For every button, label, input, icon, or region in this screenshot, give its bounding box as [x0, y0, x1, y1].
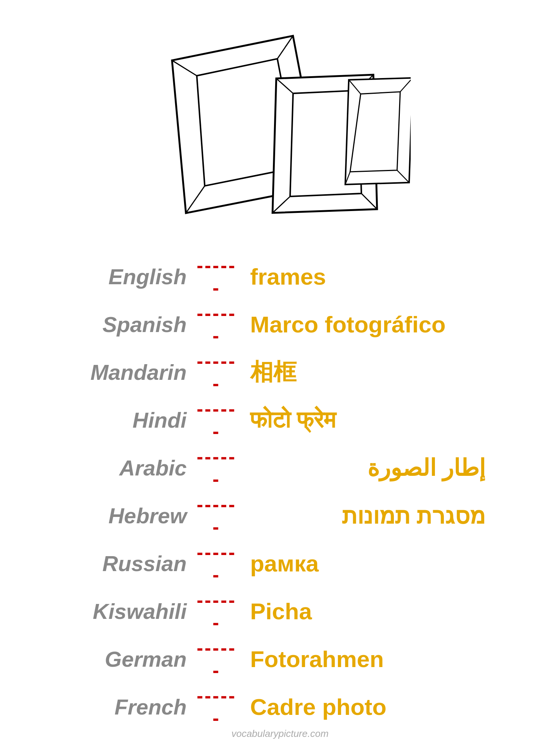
translation-text: फोटो फ्रेम: [239, 406, 485, 433]
dashes-separator: ------: [194, 397, 239, 442]
dashes-separator: ------: [194, 589, 239, 633]
frames-illustration: [149, 30, 411, 224]
vocab-row: English------frames: [75, 254, 485, 299]
language-label: French: [75, 694, 194, 719]
language-label: Hindi: [75, 407, 194, 433]
language-label: Spanish: [75, 312, 194, 337]
footer: vocabularypicture.com: [231, 728, 329, 740]
translation-text: frames: [239, 263, 485, 290]
vocab-row: French------Cadre photo: [75, 684, 485, 729]
language-label: Arabic: [75, 455, 194, 480]
language-label: Kiswahili: [75, 599, 194, 624]
page: { "illustration": { "alt": "Three pictur…: [0, 0, 560, 747]
language-label: English: [75, 264, 194, 289]
vocabulary-section: English------framesSpanish------Marco fo…: [75, 254, 485, 732]
translation-text: Cadre photo: [239, 694, 485, 720]
dashes-separator: ------: [194, 493, 239, 538]
vocab-row: Spanish------Marco fotográfico: [75, 302, 485, 347]
translation-text: מסגרת תמונות: [239, 502, 485, 529]
translation-text: 相框: [239, 356, 485, 388]
dashes-separator: ------: [194, 302, 239, 347]
vocab-row: Hindi------फोटो फ्रेम: [75, 397, 485, 442]
language-label: Mandarin: [75, 360, 194, 385]
vocab-row: Mandarin------相框: [75, 350, 485, 394]
dashes-separator: ------: [194, 541, 239, 586]
dashes-separator: ------: [194, 350, 239, 394]
translation-text: Fotorahmen: [239, 646, 485, 672]
language-label: German: [75, 647, 194, 672]
vocab-row: Arabic------إطار الصورة: [75, 445, 485, 490]
dashes-separator: ------: [194, 254, 239, 299]
language-label: Hebrew: [75, 503, 194, 528]
vocab-row: Russian------рамка: [75, 541, 485, 586]
dashes-separator: ------: [194, 445, 239, 490]
translation-text: Marco fotográfico: [239, 311, 485, 338]
language-label: Russian: [75, 551, 194, 576]
vocab-row: Hebrew------מסגרת תמונות: [75, 493, 485, 538]
dashes-separator: ------: [194, 684, 239, 729]
translation-text: рамка: [239, 550, 485, 577]
translation-text: إطار الصورة: [239, 454, 485, 481]
dashes-separator: ------: [194, 636, 239, 681]
vocab-row: German------Fotorahmen: [75, 636, 485, 681]
vocab-row: Kiswahili------Picha: [75, 589, 485, 633]
translation-text: Picha: [239, 598, 485, 624]
